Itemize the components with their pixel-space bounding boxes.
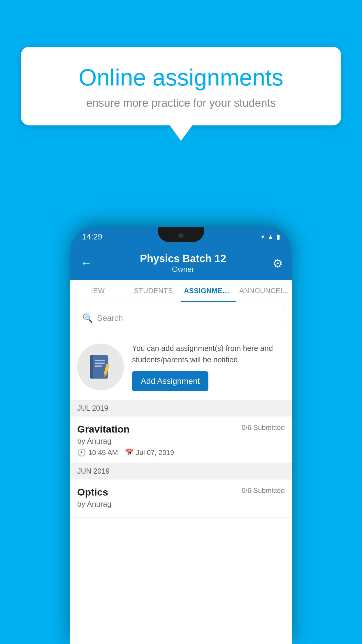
assignment-icon-wrap <box>77 344 124 390</box>
assignment-time: 10:45 AM <box>88 449 118 457</box>
search-bar[interactable]: 🔍 Search <box>76 308 286 328</box>
header-title-group: Physics Batch 12 Owner <box>140 253 226 274</box>
meta-time: 🕙 10:45 AM <box>77 449 118 457</box>
assignment-name-optics: Optics <box>77 487 108 498</box>
info-card-description: You can add assignment(s) from here and … <box>132 343 285 365</box>
calendar-icon: 📅 <box>125 449 133 457</box>
header-subtitle: Owner <box>140 265 226 274</box>
settings-icon[interactable]: ⚙ <box>273 257 283 270</box>
svg-rect-1 <box>90 355 93 379</box>
assignment-item-gravitation[interactable]: Gravitation 0/6 Submitted by Anurag 🕙 10… <box>70 416 292 463</box>
assignment-meta: 🕙 10:45 AM 📅 Jul 07, 2019 <box>77 449 285 457</box>
assignment-top: Gravitation 0/6 Submitted <box>77 424 285 435</box>
signal-icon: ▲ <box>267 233 274 241</box>
speech-bubble-card: Online assignments ensure more practice … <box>21 47 341 125</box>
assignment-date: Jul 07, 2019 <box>136 449 174 457</box>
status-icons: ▾ ▲ ▮ <box>261 233 280 241</box>
phone-screen: ← Physics Batch 12 Owner ⚙ IEW STUDENTS … <box>70 247 292 644</box>
phone-frame: 14:29 ▾ ▲ ▮ ← Physics Batch 12 Owner ⚙ I… <box>70 227 292 644</box>
tab-announcements[interactable]: ANNOUNCEI... <box>236 280 292 302</box>
back-button[interactable]: ← <box>79 255 94 271</box>
status-bar: 14:29 ▾ ▲ ▮ <box>70 227 292 247</box>
wifi-icon: ▾ <box>261 233 264 241</box>
assignment-submitted: 0/6 Submitted <box>242 424 285 432</box>
tab-iew[interactable]: IEW <box>70 280 126 302</box>
camera-dot <box>178 233 184 238</box>
svg-rect-4 <box>95 365 102 367</box>
speech-bubble-section: Online assignments ensure more practice … <box>21 47 341 141</box>
info-card-text: You can add assignment(s) from here and … <box>132 343 285 391</box>
search-bar-wrapper: 🔍 Search <box>70 302 292 334</box>
app-header: ← Physics Batch 12 Owner ⚙ <box>70 247 292 280</box>
assignment-item-optics[interactable]: Optics 0/6 Submitted by Anurag <box>70 480 292 518</box>
speech-bubble-arrow <box>169 125 193 141</box>
assignment-by: by Anurag <box>77 437 285 446</box>
header-title: Physics Batch 12 <box>140 253 226 265</box>
assignment-submitted-optics: 0/6 Submitted <box>242 487 285 495</box>
info-card: You can add assignment(s) from here and … <box>70 334 292 400</box>
section-header-jun: JUN 2019 <box>70 463 292 480</box>
notebook-icon <box>89 354 112 380</box>
assignment-top-optics: Optics 0/6 Submitted <box>77 487 285 498</box>
tab-students[interactable]: STUDENTS <box>126 280 181 302</box>
search-input[interactable]: Search <box>97 314 123 323</box>
search-icon: 🔍 <box>82 313 93 323</box>
battery-icon: ▮ <box>277 233 280 241</box>
status-time: 14:29 <box>82 232 102 242</box>
assignment-name: Gravitation <box>77 424 129 435</box>
phone-notch <box>158 227 204 242</box>
tab-assignments[interactable]: ASSIGNMENTS <box>181 280 236 302</box>
svg-rect-3 <box>95 363 105 364</box>
clock-icon: 🕙 <box>77 449 86 457</box>
speech-bubble-subtitle: ensure more practice for your students <box>41 97 321 109</box>
section-header-jul: JUL 2019 <box>70 400 292 416</box>
meta-date: 📅 Jul 07, 2019 <box>125 449 174 457</box>
svg-rect-2 <box>95 360 105 361</box>
assignment-by-optics: by Anurag <box>77 500 285 509</box>
tabs-bar: IEW STUDENTS ASSIGNMENTS ANNOUNCEI... <box>70 280 292 302</box>
add-assignment-button[interactable]: Add Assignment <box>132 371 208 391</box>
content-area: 🔍 Search <box>70 302 292 644</box>
speech-bubble-title: Online assignments <box>41 64 321 91</box>
